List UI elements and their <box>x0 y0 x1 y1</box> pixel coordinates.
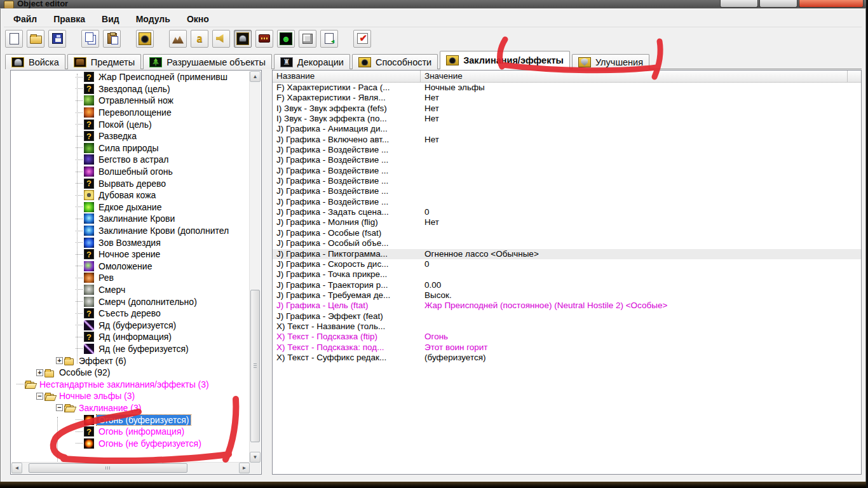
field-value-cell[interactable]: 0.00 <box>421 280 861 290</box>
table-row[interactable]: J) Графика - Включено авт...Нет <box>273 135 861 145</box>
field-value-cell[interactable] <box>421 322 861 332</box>
scroll-down-icon[interactable]: ▼ <box>250 452 261 463</box>
tree-item[interactable]: Едкое дыхание <box>11 201 250 214</box>
tree-item[interactable]: Огонь (не буферизуется) <box>11 437 250 449</box>
tree-item-label[interactable]: Ночное зрение <box>97 249 162 259</box>
sound-button[interactable] <box>212 30 230 48</box>
tab-1[interactable]: Войска <box>5 54 65 69</box>
terrain-button[interactable] <box>169 30 187 48</box>
scroll-up-icon[interactable]: ▲ <box>250 71 261 82</box>
tree-horizontal-scrollbar[interactable]: ◄ ► <box>11 462 250 473</box>
tree-item[interactable]: Волшебный огонь <box>11 166 250 178</box>
tree-item-label[interactable]: Покой (цель) <box>97 119 154 130</box>
paste-button[interactable] <box>103 30 121 48</box>
field-name-cell[interactable]: F) Характеристики - Раса (... <box>273 83 421 93</box>
table-row[interactable]: I) Звук - Звук эффекта (fefs)Нет <box>273 104 861 114</box>
table-row[interactable]: J) Графика - Скорость дис...0 <box>273 259 861 269</box>
field-value-cell[interactable] <box>421 166 861 176</box>
field-value-cell[interactable] <box>421 228 861 238</box>
save-map-button[interactable] <box>48 30 66 48</box>
tree-item-label[interactable]: Рев <box>97 273 116 283</box>
table-row[interactable]: J) Графика - Воздействие ... <box>273 186 861 196</box>
menu-item-5[interactable]: Окно <box>179 13 217 25</box>
tree-item[interactable]: +Эффект (6) <box>11 355 250 367</box>
tree-item-label[interactable]: Заклинание Крови <box>97 214 177 224</box>
table-row[interactable]: X) Текст - Суффикс редак...(буферизуется… <box>273 353 861 363</box>
field-name-cell[interactable]: I) Звук - Звук эффекта (по... <box>273 114 421 124</box>
field-name-cell[interactable]: J) Графика - Воздействие ... <box>273 176 421 186</box>
field-name-cell[interactable]: F) Характеристики - Явля... <box>273 93 421 103</box>
tree-item[interactable]: Заклинание Крови (дополнител <box>11 225 250 237</box>
field-value-cell[interactable]: Огонь <box>421 332 861 342</box>
column-header-name[interactable]: Название <box>273 71 421 82</box>
field-value-cell[interactable] <box>421 124 861 134</box>
menu-item-4[interactable]: Модуль <box>128 13 179 25</box>
tree-item[interactable]: Смерч <box>11 284 250 296</box>
tab-7[interactable]: Улучшения <box>572 54 649 69</box>
scroll-right-icon[interactable]: ► <box>239 463 250 473</box>
campaign-button[interactable] <box>255 30 273 48</box>
table-row[interactable]: J) Графика - Молния (flig)Нет <box>273 217 861 227</box>
field-name-cell[interactable]: X) Текст - Подсказка (ftip) <box>273 332 421 342</box>
tree-item[interactable]: Зов Возмездия <box>11 236 250 248</box>
tree-item[interactable]: Яд (информация) <box>11 331 250 343</box>
field-name-cell[interactable]: J) Графика - Молния (flig) <box>273 217 421 227</box>
new-file-button[interactable] <box>5 30 23 48</box>
text-a-button[interactable] <box>191 30 208 48</box>
tree-item-label[interactable]: Заклинание (3) <box>77 403 143 413</box>
field-name-cell[interactable]: J) Графика - Требуемая де... <box>273 290 421 301</box>
table-row[interactable]: J) Графика - Особый объе... <box>273 238 861 248</box>
tree-item[interactable]: Жар Преисподней (применивш <box>11 71 250 83</box>
table-row[interactable]: J) Графика - Анимация ди... <box>273 124 861 134</box>
tree-item-label[interactable]: Съесть дерево <box>97 308 163 318</box>
tree-item[interactable]: Сила природы <box>11 142 250 154</box>
tree-item[interactable]: Яд (буферизуется) <box>11 319 250 331</box>
field-value-cell[interactable]: Высок. <box>421 290 861 301</box>
tree-item-label[interactable]: Особые (92) <box>57 367 112 377</box>
field-value-cell[interactable]: Нет <box>421 217 861 227</box>
tree-item-label[interactable]: Едкое дыхание <box>97 202 163 212</box>
helmet-button[interactable] <box>234 30 252 48</box>
field-value-cell[interactable] <box>421 311 861 322</box>
tree-item-label[interactable]: Жар Преисподней (применивш <box>97 72 229 82</box>
field-name-cell[interactable]: J) Графика - Траектория р... <box>273 280 421 290</box>
tree-item-label[interactable]: Волшебный огонь <box>97 166 175 177</box>
tree-item-label[interactable]: Смерч (дополнительно) <box>97 297 199 307</box>
tree-item[interactable]: Омоложение <box>11 261 250 273</box>
tree-item[interactable]: Покой (цель) <box>11 118 250 130</box>
tree-hscroll-thumb[interactable] <box>29 463 187 473</box>
field-value-cell[interactable]: Жар Преисподней (постоянное) (Neutral Ho… <box>421 301 861 311</box>
table-row[interactable]: J) Графика - Требуемая де...Высок. <box>273 290 861 301</box>
tree-item[interactable]: Бегство в астрал <box>11 154 250 166</box>
tree-item-label[interactable]: Ночные эльфы (3) <box>57 391 137 401</box>
field-value-cell[interactable]: Огненное лассо <Обычные> <box>421 249 861 259</box>
tree-item[interactable]: Ночное зрение <box>11 248 250 261</box>
tree-item-label[interactable]: Перевоплощение <box>97 107 173 118</box>
close-button[interactable] <box>799 0 864 8</box>
field-value-cell[interactable] <box>421 155 861 165</box>
tree-vertical-scrollbar[interactable]: ▲ ▼ <box>249 71 261 463</box>
field-name-cell[interactable]: J) Графика - Задать сцена... <box>273 207 421 217</box>
field-name-cell[interactable]: J) Графика - Точка прикре... <box>273 269 421 280</box>
table-row[interactable]: J) Графика - Воздействие ... <box>273 176 861 186</box>
import-button[interactable] <box>320 30 338 48</box>
tab-3[interactable]: Разрушаемые объекты <box>143 54 272 69</box>
tree-item[interactable]: Съесть дерево <box>11 308 250 320</box>
tree-item-label[interactable]: Отравленный нож <box>97 95 175 105</box>
table-row[interactable]: J) Графика - Особые (fsat) <box>273 228 861 238</box>
field-name-cell[interactable]: J) Графика - Скорость дис... <box>273 259 421 269</box>
field-name-cell[interactable]: X) Текст - Подсказка: под... <box>273 342 421 353</box>
open-map-button[interactable] <box>27 30 44 48</box>
field-value-cell[interactable]: (буферизуется) <box>421 353 861 363</box>
expand-plus-icon[interactable]: + <box>36 369 43 376</box>
tab-2[interactable]: Предметы <box>67 54 141 69</box>
field-value-cell[interactable] <box>421 197 861 207</box>
field-value-cell[interactable]: Нет <box>421 93 861 103</box>
table-row[interactable]: X) Текст - Подсказка (ftip)Огонь <box>273 332 861 342</box>
table-row[interactable]: J) Графика - Цель (ftat)Жар Преисподней … <box>273 301 861 311</box>
field-name-cell[interactable]: J) Графика - Особые (fsat) <box>273 228 421 238</box>
table-row[interactable]: X) Текст - Подсказка: под...Этот воин го… <box>273 342 861 353</box>
tree-item[interactable]: Смерч (дополнительно) <box>11 295 250 308</box>
table-row[interactable]: J) Графика - Воздействие ... <box>273 155 861 165</box>
table-row[interactable]: J) Графика - Траектория р...0.00 <box>273 280 861 290</box>
